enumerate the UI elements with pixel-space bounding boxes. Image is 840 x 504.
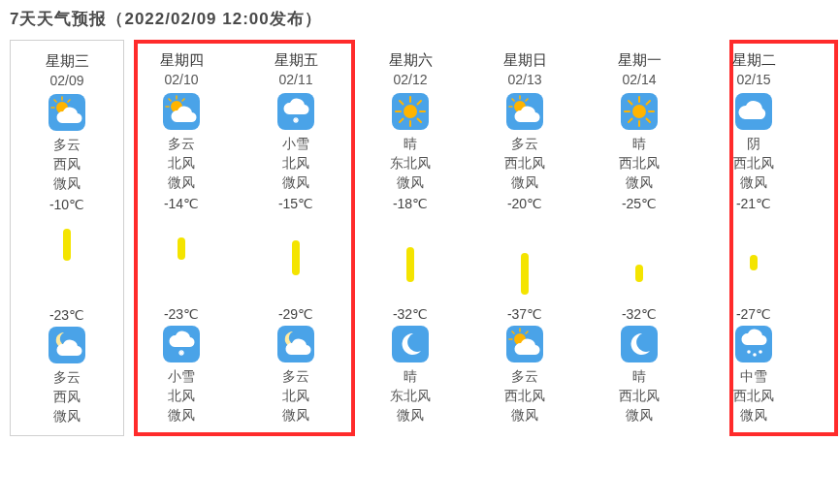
svg-rect-7	[392, 326, 429, 362]
overcast-icon	[735, 93, 772, 130]
low-temp: -32℃	[353, 306, 468, 322]
night-wind-dir: 西北风	[468, 386, 582, 405]
partly-cloudy-small-icon	[506, 326, 543, 362]
high-temp: -18℃	[353, 196, 468, 211]
night-condition: 多云	[11, 367, 123, 387]
day-wind-dir: 西北风	[696, 153, 811, 173]
day-wind-dir: 东北风	[353, 153, 468, 173]
day-column[interactable]: 星期六 02/12 晴 东北风 微风 -18℃ -32℃ 晴 东北风 微风	[353, 40, 468, 436]
day-column[interactable]: 星期日 02/13 多云 西北风 微风 -20℃ -37℃ 多云 西北风 微风	[468, 40, 582, 436]
day-column[interactable]: 星期一 02/14 晴 西北风 微风 -25℃ -32℃ 晴 西北风 微风	[582, 40, 696, 436]
night-wind-level: 微风	[353, 405, 468, 425]
night-wind-dir: 西北风	[582, 386, 696, 405]
light-snow-icon	[277, 93, 314, 130]
low-temp: -29℃	[239, 306, 353, 322]
night-wind-level: 微风	[11, 406, 123, 425]
light-snow-icon	[163, 326, 200, 362]
day-wind-dir: 西北风	[582, 153, 696, 173]
partly-cloudy-night-icon	[48, 327, 85, 363]
night-condition: 小雪	[124, 366, 239, 386]
date-label: 02/15	[696, 72, 811, 87]
day-of-week: 星期二	[696, 51, 811, 70]
day-wind-level: 微风	[124, 173, 239, 192]
night-condition: 多云	[468, 366, 582, 386]
partly-cloudy-icon	[48, 94, 85, 131]
night-wind-dir: 北风	[124, 386, 239, 405]
day-condition: 阴	[696, 134, 811, 153]
high-temp: -21℃	[696, 196, 811, 211]
temp-range-bar	[750, 215, 758, 302]
day-wind-level: 微风	[582, 173, 696, 192]
day-wind-level: 微风	[11, 173, 123, 193]
moderate-snow-icon	[735, 326, 772, 362]
date-label: 02/09	[11, 73, 123, 88]
partly-cloudy-night-icon	[277, 326, 314, 362]
night-wind-dir: 西风	[11, 387, 123, 406]
date-label: 02/14	[582, 72, 696, 87]
day-column[interactable]: 星期四 02/10 多云 北风 微风 -14℃ -23℃ 小雪 北风 微风	[124, 40, 239, 436]
partly-sunny-icon	[506, 93, 543, 130]
low-temp: -23℃	[11, 307, 123, 323]
day-condition: 晴	[353, 134, 468, 153]
date-label: 02/11	[239, 72, 353, 87]
high-temp: -15℃	[239, 196, 353, 211]
day-of-week: 星期六	[353, 51, 468, 70]
day-of-week: 星期三	[11, 52, 123, 71]
day-column[interactable]: 星期二 02/15 阴 西北风 微风 -21℃ -27℃ 中雪 西北风 微风	[696, 40, 811, 436]
day-wind-level: 微风	[353, 173, 468, 192]
day-of-week: 星期五	[239, 51, 353, 70]
day-wind-level: 微风	[468, 173, 582, 192]
high-temp: -20℃	[468, 196, 582, 211]
night-wind-level: 微风	[468, 405, 582, 425]
day-wind-dir: 西北风	[468, 153, 582, 173]
low-temp: -32℃	[582, 306, 696, 322]
partly-cloudy-icon	[163, 93, 200, 130]
low-temp: -27℃	[696, 306, 811, 322]
day-wind-dir: 西风	[11, 154, 123, 173]
temp-range-bar	[521, 215, 529, 302]
night-condition: 晴	[353, 366, 468, 386]
forecast-row: 星期三 02/09 多云 西风 微风 -10℃ -23℃ 多云 西风 微风 星期…	[10, 40, 830, 436]
day-wind-level: 微风	[696, 173, 811, 192]
day-wind-dir: 北风	[239, 153, 353, 173]
night-condition: 多云	[239, 366, 353, 386]
day-condition: 小雪	[239, 134, 353, 153]
day-of-week: 星期四	[124, 51, 239, 70]
night-condition: 晴	[582, 366, 696, 386]
clear-night-icon	[621, 326, 658, 362]
day-of-week: 星期一	[582, 51, 696, 70]
date-label: 02/12	[353, 72, 468, 87]
sunny-icon	[392, 93, 429, 130]
day-column[interactable]: 星期三 02/09 多云 西风 微风 -10℃ -23℃ 多云 西风 微风	[10, 40, 124, 436]
day-of-week: 星期日	[468, 51, 582, 70]
night-wind-level: 微风	[696, 405, 811, 425]
night-wind-dir: 北风	[239, 386, 353, 405]
high-temp: -25℃	[582, 196, 696, 211]
night-condition: 中雪	[696, 366, 811, 386]
sunny-icon	[621, 93, 658, 130]
day-condition: 多云	[468, 134, 582, 153]
day-condition: 多云	[124, 134, 239, 153]
temp-range-bar	[292, 215, 300, 302]
temp-range-bar	[178, 215, 185, 302]
page-title: 7天天气预报（2022/02/09 12:00发布）	[10, 8, 830, 30]
date-label: 02/10	[124, 72, 239, 87]
night-wind-level: 微风	[124, 405, 239, 425]
day-condition: 晴	[582, 134, 696, 153]
night-wind-level: 微风	[582, 405, 696, 425]
high-temp: -10℃	[11, 197, 123, 212]
svg-rect-11	[621, 326, 658, 362]
temp-range-bar	[63, 216, 71, 303]
day-wind-dir: 北风	[124, 153, 239, 173]
night-wind-dir: 东北风	[353, 386, 468, 405]
high-temp: -14℃	[124, 196, 239, 211]
low-temp: -37℃	[468, 306, 582, 322]
temp-range-bar	[635, 215, 643, 302]
day-column[interactable]: 星期五 02/11 小雪 北风 微风 -15℃ -29℃ 多云 北风 微风	[239, 40, 353, 436]
date-label: 02/13	[468, 72, 582, 87]
low-temp: -23℃	[124, 306, 239, 322]
night-wind-level: 微风	[239, 405, 353, 425]
day-wind-level: 微风	[239, 173, 353, 192]
day-condition: 多云	[11, 135, 123, 154]
temp-range-bar	[406, 215, 414, 302]
